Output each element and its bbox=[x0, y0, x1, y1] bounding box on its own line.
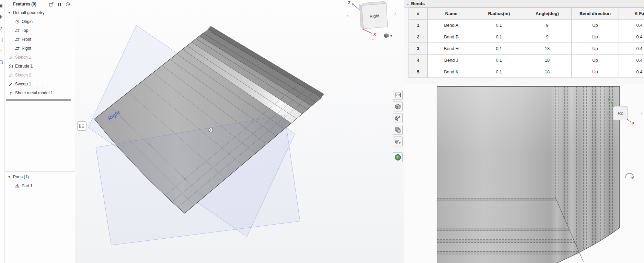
bend-direction-cell[interactable]: Up bbox=[572, 43, 619, 55]
z-axis-label: Z bbox=[348, 1, 350, 5]
bend-row[interactable]: 5 Bend K 0.1 18 Up 0.4 bbox=[409, 66, 644, 78]
sketch-icon bbox=[9, 55, 13, 60]
bend-kfactor-cell[interactable]: 0.4 bbox=[619, 20, 644, 31]
section-view-button[interactable] bbox=[393, 113, 403, 123]
clipped-icon[interactable]: ◯ bbox=[0, 34, 4, 45]
tree-item-sketch-2[interactable]: Sketch 2 bbox=[5, 71, 75, 80]
col-header-name: Name bbox=[428, 8, 475, 20]
tree-item-sweep-1[interactable]: Sweep 1 bbox=[5, 80, 75, 88]
insert-icon[interactable] bbox=[49, 2, 54, 7]
bend-radius-cell[interactable]: 0.1 bbox=[475, 31, 523, 43]
rotate-left-icon[interactable]: ‹ bbox=[607, 110, 608, 116]
bend-radius-cell[interactable]: 0.1 bbox=[475, 55, 523, 66]
bend-name-cell[interactable]: Bend J bbox=[428, 55, 475, 66]
appearance-sphere-button[interactable] bbox=[393, 152, 403, 162]
origin-marker[interactable] bbox=[209, 128, 213, 132]
x-axis-label: X bbox=[373, 32, 376, 36]
bend-name-cell[interactable]: Bend A bbox=[428, 20, 475, 31]
bends-table: # Name Radius(in) Angle(deg) Bend direct… bbox=[404, 8, 644, 78]
tree-item-extrude-1[interactable]: Extrude 1 bbox=[5, 62, 75, 71]
rollback-bar[interactable] bbox=[6, 99, 71, 101]
tree-item-right-plane[interactable]: Right bbox=[5, 44, 75, 53]
bend-radius-cell[interactable]: 0.1 bbox=[475, 43, 523, 55]
reorient-arrow-icon[interactable] bbox=[624, 170, 636, 182]
bend-angle-cell[interactable]: 18 bbox=[523, 66, 572, 78]
cube-icon bbox=[383, 33, 389, 38]
named-views-button[interactable] bbox=[393, 90, 403, 100]
bend-kfactor-cell[interactable]: 0.4 bbox=[619, 66, 644, 78]
bends-title: Bends bbox=[411, 1, 425, 6]
bend-number-cell[interactable]: 5 bbox=[409, 66, 428, 78]
pause-icon[interactable] bbox=[58, 2, 61, 6]
bend-angle-cell[interactable]: 9 bbox=[523, 20, 572, 31]
rotate-right-icon[interactable]: › bbox=[641, 110, 642, 116]
shaded-cube-button[interactable] bbox=[393, 101, 403, 111]
tree-item-sketch-1[interactable]: Sketch 1 bbox=[5, 53, 75, 62]
chevron-down-icon[interactable]: ▼ bbox=[8, 175, 11, 179]
chevron-down-icon[interactable]: ▼ bbox=[8, 11, 11, 14]
x-axis-label: X bbox=[632, 121, 635, 125]
flat-pattern-panel: ⌄ Bends # Name Radius(in) Angle(deg) Ben… bbox=[404, 0, 644, 263]
bend-angle-cell[interactable]: 18 bbox=[523, 55, 572, 66]
tree-item-sheet-metal-model-1[interactable]: Sheet metal model 1 bbox=[5, 88, 75, 97]
tree-item-part-1[interactable]: Part 1 bbox=[5, 181, 75, 190]
clipped-icon[interactable]: ◔ bbox=[0, 45, 4, 57]
bend-name-cell[interactable]: Bend B bbox=[428, 31, 475, 43]
flat-view-cube[interactable]: Y ‹ Top X › bbox=[605, 97, 644, 131]
clipped-icon[interactable]: ? bbox=[0, 23, 4, 34]
rotate-left-icon[interactable]: ‹ bbox=[347, 13, 349, 18]
origin-icon bbox=[15, 20, 20, 24]
bend-angle-cell[interactable]: 9 bbox=[523, 31, 572, 43]
history-icon[interactable] bbox=[66, 2, 70, 7]
col-header-kfactor: K Fa bbox=[619, 8, 644, 20]
bend-name-cell[interactable]: Bend H bbox=[428, 43, 475, 55]
bend-direction-cell[interactable]: Up bbox=[572, 20, 619, 31]
bend-angle-cell[interactable]: 18 bbox=[523, 43, 572, 55]
flat-sheet[interactable] bbox=[437, 86, 620, 263]
bends-table-header: # Name Radius(in) Angle(deg) Bend direct… bbox=[409, 8, 644, 20]
bend-direction-cell[interactable]: Up bbox=[572, 55, 619, 66]
features-header: Features (9) bbox=[5, 0, 75, 8]
parts-section: ▼ Parts (1) Part 1 bbox=[5, 171, 75, 190]
sheet-metal-icon bbox=[9, 91, 13, 95]
view-cube-menu-button[interactable]: ▾ bbox=[382, 32, 393, 39]
layered-views-button[interactable] bbox=[393, 125, 403, 135]
bend-kfactor-cell[interactable]: 0.4 bbox=[619, 31, 644, 43]
bend-number-cell[interactable]: 1 bbox=[409, 20, 428, 31]
rotate-down-icon[interactable]: ⌄ bbox=[371, 36, 375, 41]
bend-number-cell[interactable]: 4 bbox=[409, 55, 428, 66]
tree-item-default-geometry[interactable]: ▼ Default geometry bbox=[5, 8, 75, 17]
clipped-icon[interactable]: ✚ bbox=[0, 11, 4, 23]
clipped-icon[interactable]: ▣ bbox=[0, 0, 4, 11]
tree-item-origin[interactable]: Origin bbox=[5, 17, 75, 26]
plane-icon bbox=[15, 28, 20, 33]
bend-radius-cell[interactable]: 0.1 bbox=[475, 20, 523, 31]
tree-item-front-plane[interactable]: Front bbox=[5, 35, 75, 44]
plane-icon bbox=[15, 37, 20, 42]
bend-direction-cell[interactable]: Up bbox=[572, 66, 619, 78]
collapse-chevron-icon[interactable]: ⌄ bbox=[406, 2, 409, 5]
bend-number-cell[interactable]: 3 bbox=[409, 43, 428, 55]
col-header-radius: Radius(in) bbox=[475, 8, 523, 20]
model-viewport[interactable]: Right ‹ › ⌄ Right Z X bbox=[75, 0, 404, 263]
col-header-number: # bbox=[409, 8, 428, 20]
bend-kfactor-cell[interactable]: 0.4 bbox=[619, 55, 644, 66]
bend-kfactor-cell[interactable]: 0.4 bbox=[619, 43, 644, 55]
bend-row[interactable]: 4 Bend J 0.1 18 Up 0.4 bbox=[409, 55, 644, 66]
flat-pattern-view[interactable]: Y ‹ Top X › bbox=[404, 84, 644, 263]
exploded-view-button[interactable] bbox=[393, 136, 403, 146]
bend-row[interactable]: 3 Bend H 0.1 18 Up 0.4 bbox=[409, 43, 644, 55]
bend-row[interactable]: 2 Bend B 0.1 9 Up 0.4 bbox=[409, 31, 644, 43]
bend-radius-cell[interactable]: 0.1 bbox=[475, 66, 523, 78]
features-title: Features (9) bbox=[13, 2, 49, 7]
tree-item-top-plane[interactable]: Top bbox=[5, 26, 75, 35]
tree-flyout-button[interactable] bbox=[77, 121, 87, 131]
rotate-right-icon[interactable]: › bbox=[394, 11, 396, 16]
bend-row[interactable]: 1 Bend A 0.1 9 Up 0.4 bbox=[409, 20, 644, 31]
features-panel: Features (9) ▼ Default geometry Origin T… bbox=[5, 0, 75, 263]
bend-name-cell[interactable]: Bend K bbox=[428, 66, 475, 78]
parts-header[interactable]: ▼ Parts (1) bbox=[5, 172, 75, 181]
clipped-icon[interactable]: ❑ bbox=[0, 57, 4, 68]
bend-direction-cell[interactable]: Up bbox=[572, 31, 619, 43]
bend-number-cell[interactable]: 2 bbox=[409, 31, 428, 43]
